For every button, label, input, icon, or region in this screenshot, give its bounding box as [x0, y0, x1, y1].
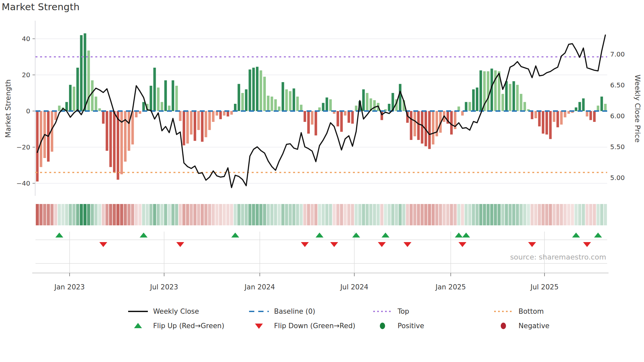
negative-bar: [194, 111, 196, 141]
positive-bar: [469, 102, 471, 111]
positive-bar: [267, 96, 269, 111]
positive-bar: [289, 91, 291, 111]
heatmap-cell: [76, 204, 79, 225]
flip-up-marker: [140, 233, 148, 238]
heatmap-cell: [443, 204, 446, 225]
negative-bar: [186, 111, 189, 144]
heatmap-cell: [472, 204, 475, 225]
heatmap-cell: [428, 204, 431, 225]
heatmap-cell: [310, 204, 313, 225]
positive-bar: [260, 70, 262, 111]
heatmap-cell: [384, 204, 387, 225]
positive-bar: [523, 102, 526, 111]
positive-bar: [98, 108, 101, 111]
dots-purple-icon: [372, 307, 393, 316]
x-tick-label: Jul 2024: [340, 283, 368, 291]
heatmap-cell: [575, 204, 578, 225]
y-tick-label-left: −20: [16, 143, 30, 151]
heatmap-cell: [395, 204, 398, 225]
y-tick-label-right: 5.00: [610, 174, 625, 182]
y-tick-label-left: 20: [22, 71, 30, 79]
heatmap-cell: [83, 204, 86, 225]
heatmap-cell: [179, 204, 182, 225]
heatmap-cell: [160, 204, 163, 225]
heatmap-cell: [208, 204, 211, 225]
x-tick-label: Jan 2024: [244, 283, 275, 291]
negative-bar: [197, 111, 200, 130]
positive-bar: [150, 86, 152, 111]
positive-bar: [516, 85, 519, 111]
heatmap-cell: [417, 204, 420, 225]
positive-bar: [505, 81, 508, 111]
positive-bar: [76, 68, 79, 111]
positive-bar: [95, 97, 97, 111]
heatmap-cell: [369, 204, 372, 225]
heatmap-cell: [153, 204, 156, 225]
positive-bar: [575, 107, 577, 111]
heatmap-cell: [201, 204, 204, 225]
heatmap-cell: [325, 204, 328, 225]
y-tick-label-left: −40: [16, 179, 30, 187]
heatmap-cell: [212, 204, 215, 225]
negative-bar: [117, 111, 119, 180]
positive-bar: [263, 77, 266, 111]
negative-bar: [553, 111, 555, 122]
y-tick-label-left: 0: [26, 107, 30, 115]
positive-bar: [476, 88, 478, 111]
heatmap-cell: [582, 204, 585, 225]
chart-title: Market Strength: [2, 1, 80, 12]
negative-bar: [106, 111, 108, 151]
heatmap-cell: [72, 204, 75, 225]
positive-bar: [373, 100, 376, 111]
negative-bar: [205, 111, 207, 137]
heatmap-cell: [578, 204, 581, 225]
positive-bar: [465, 102, 468, 111]
x-tick-label: Jan 2023: [54, 283, 85, 291]
legend-label: Top: [398, 307, 409, 315]
heatmap-cell: [340, 204, 343, 225]
positive-bar: [355, 106, 357, 111]
heatmap-cell: [215, 204, 218, 225]
negative-bar: [535, 111, 537, 118]
heatmap-cell: [307, 204, 310, 225]
heatmap-cell: [538, 204, 541, 225]
heatmap-cell: [150, 204, 152, 225]
positive-bar: [238, 84, 240, 111]
heatmap-cell: [424, 204, 427, 225]
negative-bar: [113, 111, 116, 172]
negative-bar: [410, 111, 412, 140]
heatmap-cell: [351, 204, 354, 225]
heatmap-cell: [402, 204, 405, 225]
flip-marker-panel: [32, 232, 609, 273]
heatmap-cell: [237, 204, 240, 225]
negative-bar: [348, 111, 350, 123]
heatmap-cell: [157, 204, 160, 225]
negative-bar: [586, 111, 588, 117]
heatmap-cell: [39, 204, 42, 225]
legend-item: Flip Down (Green→Red): [248, 321, 355, 331]
heatmap-cell: [553, 204, 556, 225]
positive-bar: [366, 93, 369, 111]
legend-label: Positive: [398, 322, 424, 330]
heatmap-cell: [509, 204, 512, 225]
x-tick-label: Jan 2025: [435, 283, 466, 291]
heatmap-cell: [567, 204, 570, 225]
positive-bar: [326, 98, 328, 111]
positive-bar: [282, 82, 284, 111]
heatmap-cell: [516, 204, 519, 225]
legend-item: Flip Up (Red→Green): [127, 321, 224, 331]
heatmap-cell: [109, 204, 112, 225]
negative-bar: [340, 111, 343, 132]
heatmap-cell: [333, 204, 335, 225]
y-tick-label-right: 6.50: [610, 81, 625, 89]
heatmap-cell: [380, 204, 383, 225]
heatmap-cell: [388, 204, 391, 225]
negative-bar: [336, 111, 339, 126]
positive-bar: [300, 105, 303, 111]
x-tick-label: Jul 2025: [530, 283, 559, 291]
legend-label: Baseline (0): [274, 307, 315, 315]
heatmap-cell: [519, 204, 522, 225]
triangle-up-icon: [127, 322, 149, 330]
heatmap-cell: [355, 204, 357, 225]
positive-bar: [252, 68, 255, 111]
